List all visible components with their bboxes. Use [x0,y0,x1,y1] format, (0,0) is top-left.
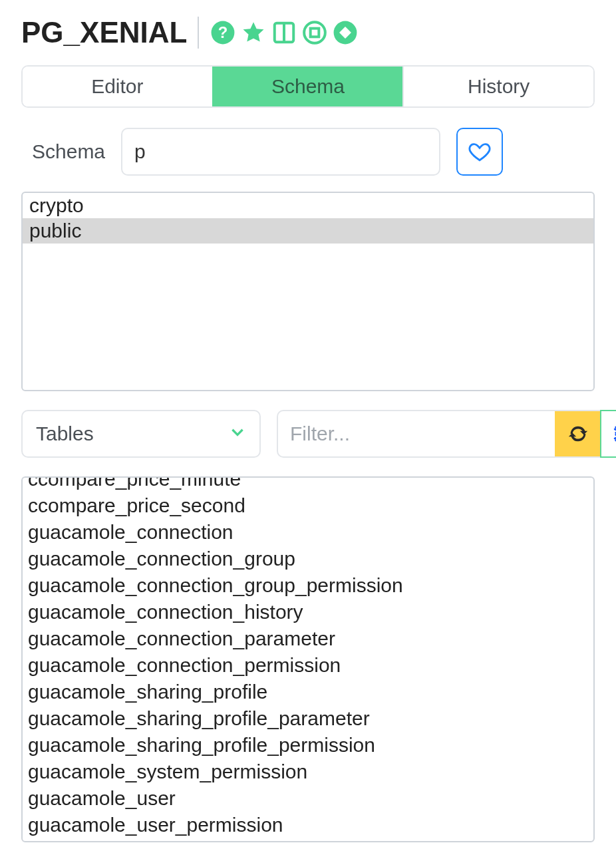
table-item[interactable]: guacamole_connection [28,519,588,546]
chevron-down-icon [229,423,246,445]
table-item[interactable]: guacamole_sharing_profile_permission [28,732,588,759]
help-icon[interactable]: ? [210,19,236,46]
columns-icon[interactable] [271,19,297,46]
tab-schema[interactable]: Schema [212,67,403,106]
svg-rect-5 [311,29,319,37]
refresh-button[interactable] [555,410,601,458]
table-item[interactable]: guacamole_connection_group_permission [28,572,588,599]
stop-icon[interactable] [301,19,328,46]
tab-editor[interactable]: Editor [23,67,212,106]
freeze-button[interactable] [600,410,616,458]
star-icon[interactable] [240,19,267,46]
tag-icon[interactable] [332,19,359,46]
table-item[interactable]: guacamole_connection_history [28,599,588,625]
tab-history[interactable]: History [402,67,593,106]
connection-title: PG_XENIAL [21,16,187,49]
table-item[interactable]: guacamole_user [28,785,588,812]
table-item[interactable]: ccompare_price_minute [28,476,588,492]
schema-input[interactable] [121,128,440,176]
table-item[interactable]: ccompare_price_second [28,492,588,519]
tables-list[interactable]: ccompare_price_minute ccompare_price_sec… [21,476,595,842]
favorite-button[interactable] [456,128,503,176]
header: PG_XENIAL ? [21,16,595,49]
table-item[interactable]: guacamole_connection_parameter [28,625,588,652]
heart-icon [468,140,491,163]
divider [198,17,199,49]
table-item[interactable]: guacamole_user_permission [28,812,588,838]
refresh-icon [567,423,589,445]
table-item[interactable]: guacamole_connection_group [28,546,588,572]
table-item[interactable]: guacamole_sharing_profile [28,679,588,705]
schema-label: Schema [32,140,105,163]
table-item[interactable]: hr_employees [28,838,588,842]
tables-filter-input[interactable] [277,410,555,458]
table-item[interactable]: guacamole_sharing_profile_parameter [28,705,588,732]
schema-option[interactable]: crypto [23,193,593,218]
header-icons: ? [210,19,359,46]
schema-list[interactable]: crypto public [21,192,595,391]
table-item[interactable]: guacamole_system_permission [28,759,588,785]
schema-filter-row: Schema [21,128,595,176]
object-type-label: Tables [36,423,94,445]
snowflake-icon [612,423,616,445]
object-type-select[interactable]: Tables [21,410,261,458]
tables-toolbar: Tables [21,410,595,458]
table-item[interactable]: guacamole_connection_permission [28,652,588,679]
main-tabs: Editor Schema History [21,65,595,108]
svg-point-4 [305,22,326,43]
svg-text:?: ? [218,23,228,41]
schema-option[interactable]: public [23,218,593,244]
